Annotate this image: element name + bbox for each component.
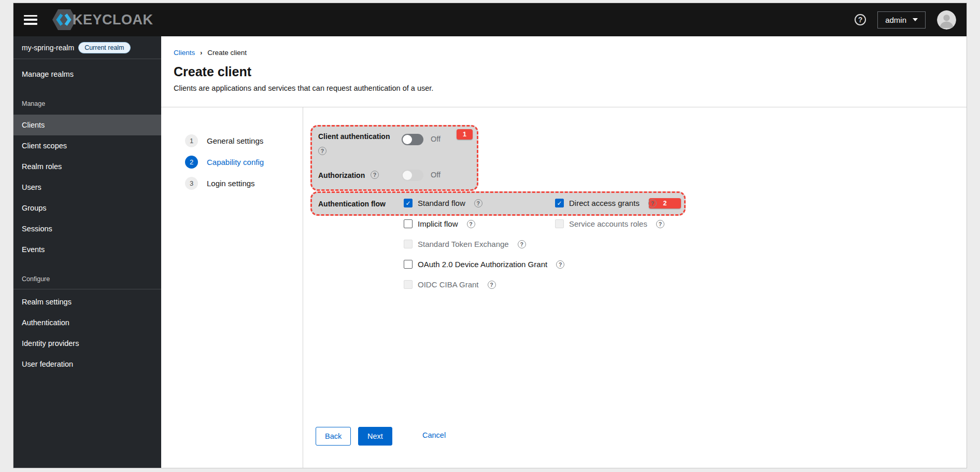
step-number: 1 bbox=[185, 134, 198, 147]
standard-flow-help-icon[interactable] bbox=[474, 199, 482, 207]
masthead: KEYCLOAK ? admin bbox=[13, 3, 967, 36]
authorization-value: Off bbox=[431, 171, 441, 179]
page-description: Clients are applications and services th… bbox=[174, 84, 954, 92]
sidebar-item-realm-roles[interactable]: Realm roles bbox=[13, 156, 161, 177]
service-accounts-roles-help-icon[interactable] bbox=[656, 220, 664, 228]
client-authentication-value: Off bbox=[431, 135, 441, 143]
implicit-flow-checkbox[interactable] bbox=[404, 219, 413, 228]
direct-access-grants-help-icon[interactable] bbox=[648, 199, 657, 207]
authorization-help-icon[interactable] bbox=[371, 171, 379, 179]
breadcrumb: Clients › Create client bbox=[174, 49, 954, 57]
wizard-step-general-settings[interactable]: 1 General settings bbox=[161, 130, 303, 151]
wizard-step-login-settings[interactable]: 3 Login settings bbox=[161, 173, 303, 194]
step-label: Capability config bbox=[207, 158, 264, 166]
standard-flow-option: Standard flow bbox=[404, 199, 482, 207]
current-realm-badge: Current realm bbox=[78, 42, 130, 53]
page-header: Clients › Create client Create client Cl… bbox=[161, 36, 967, 107]
direct-access-grants-option: Direct access grants bbox=[555, 199, 657, 207]
oidc-ciba-grant-label: OIDC CIBA Grant bbox=[418, 280, 479, 289]
sidebar: my-spring-realm Current realm Manage rea… bbox=[13, 36, 161, 468]
user-avatar-icon bbox=[937, 10, 956, 30]
authorization-toggle bbox=[402, 170, 423, 181]
wizard-steps: 1 General settings 2 Capability config 3… bbox=[161, 107, 303, 468]
service-accounts-roles-option: Service accounts roles bbox=[555, 219, 664, 228]
oauth-device-grant-label: OAuth 2.0 Device Authorization Grant bbox=[418, 260, 547, 269]
avatar[interactable] bbox=[937, 10, 956, 30]
direct-access-grants-label: Direct access grants bbox=[569, 199, 640, 207]
oauth-device-grant-help-icon[interactable] bbox=[556, 260, 564, 269]
annotation-box-1: 1 Client authentication Off Authorizatio… bbox=[310, 125, 478, 191]
service-accounts-roles-checkbox bbox=[555, 219, 564, 228]
standard-token-exchange-help-icon[interactable] bbox=[518, 240, 526, 248]
nav-toggle-icon[interactable] bbox=[24, 15, 37, 25]
annotation-badge-1: 1 bbox=[457, 129, 473, 140]
oauth-device-grant-option: OAuth 2.0 Device Authorization Grant bbox=[404, 260, 564, 269]
back-button[interactable]: Back bbox=[316, 427, 351, 446]
oidc-ciba-grant-option: OIDC CIBA Grant bbox=[404, 280, 496, 289]
sidebar-item-users[interactable]: Users bbox=[13, 177, 161, 198]
sidebar-item-groups[interactable]: Groups bbox=[13, 198, 161, 218]
standard-flow-checkbox[interactable] bbox=[404, 199, 413, 207]
chevron-right-icon: › bbox=[200, 49, 202, 57]
sidebar-item-sessions[interactable]: Sessions bbox=[13, 218, 161, 239]
standard-flow-label: Standard flow bbox=[418, 199, 465, 207]
authorization-label: Authorization bbox=[318, 171, 365, 179]
sidebar-item-clients[interactable]: Clients bbox=[13, 115, 161, 135]
oauth-device-grant-checkbox[interactable] bbox=[404, 260, 413, 269]
standard-token-exchange-label: Standard Token Exchange bbox=[418, 240, 509, 248]
user-menu-dropdown[interactable]: admin bbox=[877, 11, 926, 29]
standard-token-exchange-option: Standard Token Exchange bbox=[404, 240, 526, 248]
page-title: Create client bbox=[174, 64, 954, 79]
sidebar-section-manage: Manage bbox=[13, 85, 161, 113]
cancel-button[interactable]: Cancel bbox=[422, 431, 446, 439]
implicit-flow-label: Implicit flow bbox=[418, 219, 458, 228]
sidebar-item-client-scopes[interactable]: Client scopes bbox=[13, 135, 161, 156]
sidebar-item-user-federation[interactable]: User federation bbox=[13, 354, 161, 374]
step-label: Login settings bbox=[207, 179, 255, 188]
next-button[interactable]: Next bbox=[358, 427, 392, 446]
sidebar-item-realm-settings[interactable]: Realm settings bbox=[13, 291, 161, 312]
realm-selector[interactable]: my-spring-realm Current realm bbox=[13, 36, 161, 59]
chevron-down-icon bbox=[913, 18, 918, 21]
oidc-ciba-grant-help-icon[interactable] bbox=[488, 281, 496, 289]
client-authentication-label: Client authentication bbox=[318, 132, 404, 141]
step-number: 2 bbox=[185, 156, 198, 169]
breadcrumb-clients-link[interactable]: Clients bbox=[174, 49, 195, 57]
breadcrumb-current: Create client bbox=[207, 49, 247, 57]
capability-config-form: 1 Client authentication Off Authorizatio… bbox=[303, 107, 967, 468]
wizard-step-capability-config[interactable]: 2 Capability config bbox=[161, 151, 303, 173]
step-label: General settings bbox=[207, 136, 263, 145]
standard-token-exchange-checkbox bbox=[404, 240, 413, 248]
oidc-ciba-grant-checkbox bbox=[404, 280, 413, 289]
sidebar-item-manage-realms[interactable]: Manage realms bbox=[13, 64, 161, 85]
authentication-flow-label: Authentication flow bbox=[318, 200, 386, 208]
step-number: 3 bbox=[185, 177, 198, 190]
sidebar-item-identity-providers[interactable]: Identity providers bbox=[13, 333, 161, 354]
implicit-flow-help-icon[interactable] bbox=[467, 220, 475, 228]
main-content: Clients › Create client Create client Cl… bbox=[161, 36, 967, 468]
user-menu-label: admin bbox=[885, 16, 906, 24]
sidebar-section-configure: Configure bbox=[13, 260, 161, 288]
keycloak-logo[interactable]: KEYCLOAK bbox=[52, 9, 153, 31]
implicit-flow-option: Implicit flow bbox=[404, 219, 475, 228]
client-authentication-help-icon[interactable] bbox=[318, 147, 326, 155]
direct-access-grants-checkbox[interactable] bbox=[555, 199, 564, 207]
brand-name: KEYCLOAK bbox=[73, 12, 153, 28]
help-icon[interactable]: ? bbox=[855, 14, 866, 25]
annotation-box-2: 2 Authentication flow Standard flow Dire… bbox=[310, 191, 686, 216]
keycloak-admin-window: KEYCLOAK ? admin my-spring-realm Current… bbox=[13, 3, 967, 468]
client-authentication-toggle[interactable] bbox=[402, 134, 423, 145]
sidebar-item-authentication[interactable]: Authentication bbox=[13, 312, 161, 333]
service-accounts-roles-label: Service accounts roles bbox=[569, 219, 647, 228]
sidebar-item-events[interactable]: Events bbox=[13, 239, 161, 260]
realm-name: my-spring-realm bbox=[22, 44, 74, 52]
